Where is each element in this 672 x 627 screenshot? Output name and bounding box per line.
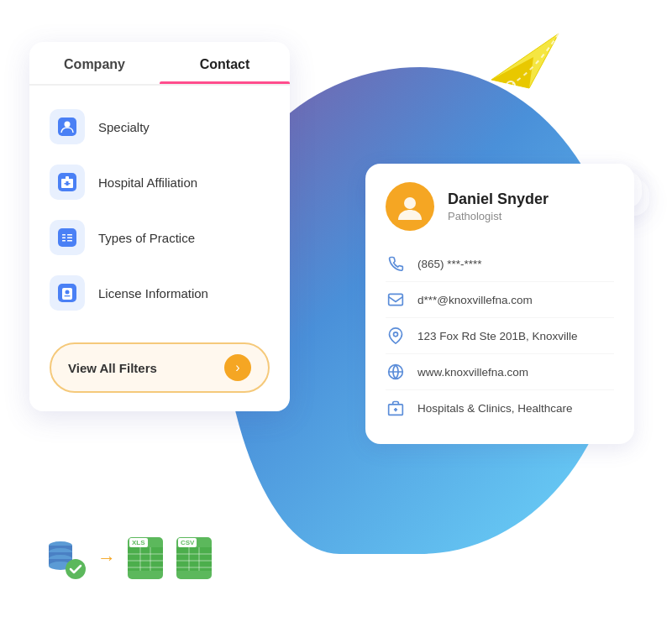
- filter-item-practice[interactable]: Types of Practice: [50, 210, 270, 265]
- paper-plane-icon: [487, 25, 563, 92]
- practice-label: Types of Practice: [98, 231, 195, 245]
- svg-rect-9: [65, 183, 71, 185]
- svg-rect-7: [66, 176, 69, 180]
- tab-active-indicator: [160, 81, 290, 84]
- filter-item-license[interactable]: License Information: [50, 265, 270, 321]
- view-all-arrow-icon: ›: [224, 354, 251, 381]
- hospital-small-icon: [386, 398, 406, 418]
- database-icon: [42, 536, 87, 581]
- avatar: [386, 182, 434, 231]
- avatar-icon: [396, 192, 424, 221]
- arrow-icon: →: [97, 547, 116, 569]
- globe-icon: [386, 362, 406, 382]
- svg-rect-16: [67, 240, 72, 242]
- address-row: 123 Fox Rd Ste 201B, Knoxville: [386, 318, 614, 354]
- email-value: d***@knoxvillefna.com: [417, 294, 533, 306]
- svg-rect-14: [67, 238, 72, 239]
- list-icon: [58, 228, 76, 247]
- website-value: www.knoxvillefna.com: [417, 366, 528, 379]
- tab-contact[interactable]: Contact: [160, 42, 290, 84]
- filter-tabs: Company Contact: [29, 42, 290, 86]
- svg-rect-11: [62, 234, 66, 236]
- svg-point-19: [66, 290, 70, 295]
- svg-point-35: [66, 559, 86, 579]
- svg-rect-15: [62, 240, 66, 242]
- filter-card: Company Contact Specialty: [29, 42, 290, 411]
- svg-rect-20: [65, 295, 71, 296]
- svg-rect-12: [67, 234, 72, 236]
- phone-icon: [386, 253, 406, 274]
- contact-title: Pathologist: [448, 210, 549, 222]
- specialty-icon-bg: [50, 109, 85, 144]
- location-icon: [386, 326, 406, 346]
- license-icon-bg: [50, 275, 85, 311]
- svg-point-23: [394, 332, 398, 337]
- svg-rect-13: [62, 238, 66, 239]
- view-all-filters-button[interactable]: View All Filters ›: [50, 342, 270, 393]
- license-label: License Information: [98, 286, 208, 300]
- practice-icon-bg: [50, 220, 85, 255]
- email-row: d***@knoxvillefna.com: [386, 282, 614, 318]
- address-value: 123 Fox Rd Ste 201B, Knoxville: [417, 330, 578, 342]
- phone-row: (865) ***-****: [386, 246, 614, 282]
- filter-item-hospital[interactable]: Hospital Affiliation: [50, 154, 270, 210]
- card-name-section: Daniel Snyder Pathologist: [448, 191, 549, 222]
- svg-rect-22: [389, 294, 403, 305]
- category-value: Hospitals & Clinics, Healthcare: [417, 402, 573, 415]
- website-row: www.knoxvillefna.com: [386, 354, 614, 390]
- xls-badge: XLS: [129, 538, 148, 547]
- person-icon: [58, 118, 76, 136]
- filter-items-list: Specialty Hospital Affiliation: [29, 86, 290, 337]
- filter-item-specialty[interactable]: Specialty: [50, 99, 270, 154]
- xls-file: XLS: [126, 536, 165, 581]
- hospital-affiliation-label: Hospital Affiliation: [98, 175, 197, 190]
- card-header: Daniel Snyder Pathologist: [386, 182, 614, 231]
- svg-point-4: [65, 122, 71, 128]
- csv-file: CSV: [175, 536, 213, 581]
- tab-company[interactable]: Company: [29, 42, 160, 84]
- phone-value: (865) ***-****: [417, 258, 482, 270]
- category-row: Hospitals & Clinics, Healthcare: [386, 390, 614, 426]
- db-svg: [42, 536, 87, 581]
- svg-point-21: [404, 197, 416, 209]
- contact-card-main: Daniel Snyder Pathologist (865) ***-****…: [365, 164, 634, 444]
- license-icon: [58, 284, 76, 302]
- contact-name: Daniel Snyder: [448, 191, 549, 208]
- hospital-icon-bg: [50, 165, 85, 200]
- view-all-label: View All Filters: [68, 361, 157, 375]
- email-icon: [386, 290, 406, 310]
- csv-badge: CSV: [178, 538, 197, 547]
- export-section: → XLS CSV: [42, 536, 213, 581]
- specialty-label: Specialty: [98, 120, 150, 134]
- hospital-icon: [58, 173, 76, 191]
